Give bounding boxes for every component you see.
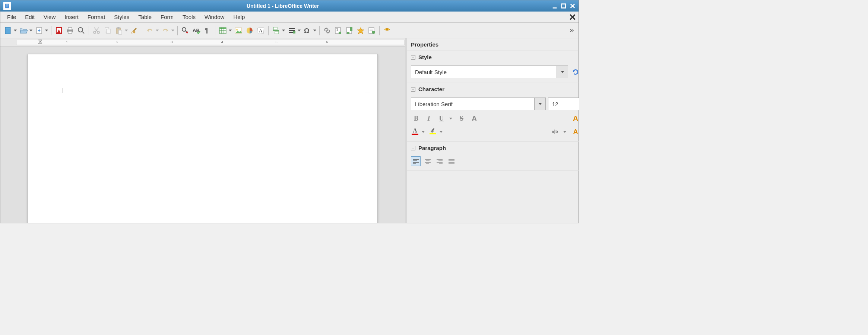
collapse-style-button[interactable]: − — [411, 55, 415, 60]
paragraph-style-dropdown[interactable] — [557, 66, 568, 78]
insert-field-dropdown[interactable] — [297, 25, 301, 36]
print-button[interactable] — [65, 25, 75, 36]
paste-dropdown[interactable] — [124, 25, 129, 36]
update-style-button[interactable] — [570, 67, 579, 77]
ruler-label: 4 — [221, 40, 223, 44]
superscript-button[interactable]: A — [570, 127, 579, 137]
menu-file[interactable]: File — [3, 12, 20, 22]
highlight-color-button[interactable] — [429, 128, 437, 136]
export-pdf-button[interactable] — [54, 25, 64, 36]
open-button[interactable] — [18, 25, 29, 36]
save-button[interactable] — [34, 25, 44, 36]
menu-table[interactable]: Table — [134, 12, 156, 22]
style-section: − Style — [407, 51, 579, 83]
highlight-color-dropdown[interactable] — [439, 131, 443, 133]
insert-special-char-button[interactable]: Ω — [302, 25, 313, 36]
toolbar-overflow-button[interactable] — [570, 28, 576, 33]
svg-rect-11 — [6, 29, 10, 29]
font-size-combo[interactable] — [548, 98, 579, 110]
print-preview-button[interactable] — [76, 25, 86, 36]
insert-page-break-button[interactable] — [271, 25, 281, 36]
character-spacing-button[interactable]: ab — [550, 127, 561, 137]
open-dropdown[interactable] — [29, 25, 33, 36]
menu-edit[interactable]: Edit — [20, 12, 39, 22]
collapse-character-button[interactable]: − — [411, 87, 415, 92]
track-changes-button[interactable] — [382, 25, 392, 36]
insert-comment-button[interactable] — [367, 25, 377, 36]
menu-view[interactable]: View — [39, 12, 60, 22]
strikethrough-button[interactable]: S — [456, 113, 467, 124]
insert-table-button[interactable] — [218, 25, 228, 36]
font-name-input[interactable] — [411, 101, 534, 107]
standard-toolbar: AB ¶ A Ω 1 — [0, 23, 579, 38]
insert-field-button[interactable] — [286, 25, 297, 36]
find-replace-button[interactable] — [180, 25, 190, 36]
page-scroll-area[interactable] — [0, 47, 405, 223]
italic-button[interactable]: I — [424, 113, 434, 124]
insert-hyperlink-button[interactable] — [322, 25, 332, 36]
align-center-button[interactable] — [423, 156, 433, 166]
insert-cross-reference-button[interactable] — [355, 25, 366, 36]
shadow-button[interactable]: A — [469, 113, 479, 124]
insert-special-char-dropdown[interactable] — [313, 25, 317, 36]
spellcheck-button[interactable]: AB — [191, 25, 202, 36]
underline-dropdown[interactable] — [449, 118, 453, 119]
align-left-button[interactable] — [411, 156, 421, 166]
paragraph-style-input[interactable] — [411, 69, 557, 75]
close-document-button[interactable] — [569, 13, 576, 21]
menu-help[interactable]: Help — [229, 12, 249, 22]
svg-rect-54 — [293, 31, 295, 34]
font-size-input[interactable] — [548, 101, 579, 107]
minimize-button[interactable] — [552, 3, 558, 9]
document-area: 1 2 3 4 5 6 — [0, 38, 405, 223]
new-document-button[interactable] — [3, 25, 13, 36]
paste-button[interactable] — [114, 25, 124, 36]
menu-format[interactable]: Format — [83, 12, 110, 22]
insert-bookmark-button[interactable] — [344, 25, 355, 36]
save-dropdown[interactable] — [44, 25, 49, 36]
font-color-button[interactable]: A — [411, 128, 419, 136]
svg-rect-26 — [107, 29, 110, 34]
cut-button[interactable] — [91, 25, 102, 36]
paragraph-style-combo[interactable] — [411, 66, 568, 78]
insert-page-break-dropdown[interactable] — [281, 25, 286, 36]
document-page[interactable] — [28, 54, 378, 223]
redo-dropdown[interactable] — [171, 25, 175, 36]
collapse-paragraph-button[interactable]: − — [411, 146, 415, 150]
insert-table-dropdown[interactable] — [228, 25, 232, 36]
copy-button[interactable] — [102, 25, 113, 36]
font-name-combo[interactable] — [411, 98, 546, 110]
new-document-dropdown[interactable] — [13, 25, 18, 36]
horizontal-ruler[interactable]: 1 2 3 4 5 6 — [0, 38, 405, 47]
insert-chart-button[interactable] — [244, 25, 255, 36]
close-window-button[interactable] — [570, 3, 576, 9]
insert-textbox-button[interactable]: A — [256, 25, 266, 36]
character-spacing-dropdown[interactable] — [563, 131, 567, 133]
menu-styles[interactable]: Styles — [110, 12, 134, 22]
menu-tools[interactable]: Tools — [178, 12, 200, 22]
formatting-marks-button[interactable]: ¶ — [202, 25, 213, 36]
align-justify-button[interactable] — [447, 156, 456, 166]
insert-image-button[interactable] — [233, 25, 244, 36]
svg-rect-5 — [562, 4, 566, 8]
undo-button[interactable] — [145, 25, 155, 36]
align-right-button[interactable] — [435, 156, 444, 166]
increase-font-button[interactable]: A — [570, 113, 579, 124]
insert-footnote-button[interactable]: 1 — [333, 25, 343, 36]
font-name-dropdown[interactable] — [534, 98, 545, 110]
maximize-button[interactable] — [561, 3, 567, 9]
indent-marker-icon[interactable] — [38, 39, 43, 44]
clone-formatting-button[interactable] — [129, 25, 140, 36]
menu-insert[interactable]: Insert — [60, 12, 83, 22]
style-section-label: Style — [418, 54, 432, 60]
character-section: − Character — [407, 83, 579, 142]
window-title: Untitled 1 - LibreOffice Writer — [14, 3, 552, 9]
margin-corner-icon — [365, 88, 370, 93]
underline-button[interactable]: U — [436, 113, 447, 124]
menu-form[interactable]: Form — [156, 12, 178, 22]
bold-button[interactable]: B — [411, 113, 421, 124]
menu-window[interactable]: Window — [200, 12, 229, 22]
redo-button[interactable] — [160, 25, 171, 36]
font-color-dropdown[interactable] — [421, 131, 425, 133]
undo-dropdown[interactable] — [155, 25, 159, 36]
